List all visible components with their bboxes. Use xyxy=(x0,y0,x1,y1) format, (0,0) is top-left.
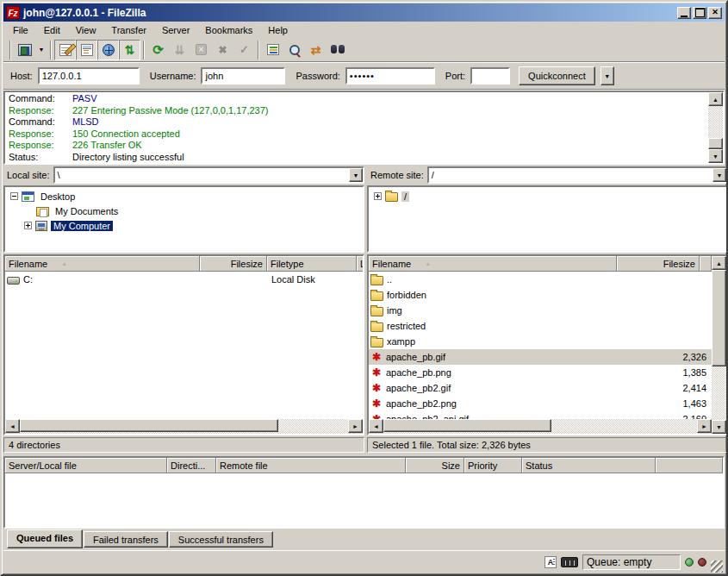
scroll-track[interactable] xyxy=(20,419,348,434)
column-header-status[interactable]: Status xyxy=(522,458,656,473)
site-manager-button[interactable] xyxy=(14,40,35,60)
menu-item-edit[interactable]: Edit xyxy=(36,23,68,37)
delete-button[interactable] xyxy=(212,40,233,60)
quickconnect-dropdown-button[interactable] xyxy=(600,66,614,85)
host-input[interactable] xyxy=(38,67,140,85)
title-bar[interactable]: Fz john@127.0.0.1 - FileZilla xyxy=(3,3,725,22)
column-header-server-local-file[interactable]: Server/Local file xyxy=(5,458,167,473)
file-row[interactable]: apache_pb2.png1,463 xyxy=(369,396,712,411)
local-list-body[interactable]: C: Local Disk xyxy=(5,272,363,419)
scroll-thumb[interactable] xyxy=(20,419,278,432)
tree-item-my-documents[interactable]: My Documents xyxy=(5,203,363,218)
scroll-down-button[interactable]: ▼ xyxy=(708,149,723,163)
password-input[interactable] xyxy=(345,67,435,85)
scroll-down-button[interactable]: ▼ xyxy=(712,420,726,434)
scroll-track[interactable] xyxy=(383,419,697,434)
tree-item-root[interactable]: / xyxy=(369,189,726,203)
menu-item-file[interactable]: File xyxy=(5,23,36,37)
menu-item-transfer[interactable]: Transfer xyxy=(103,23,154,37)
scroll-left-button[interactable]: ◄ xyxy=(5,419,20,433)
remote-tree[interactable]: / xyxy=(367,185,728,253)
file-search-button[interactable] xyxy=(283,40,305,60)
port-input[interactable] xyxy=(470,67,510,85)
file-row-selected[interactable]: apache_pb.gif2,326 xyxy=(369,349,712,365)
synchronized-browsing-button[interactable] xyxy=(305,40,327,60)
menu-item-view[interactable]: View xyxy=(68,23,104,37)
refresh-button[interactable] xyxy=(147,40,169,60)
toggle-local-tree-button[interactable] xyxy=(76,40,97,60)
scroll-right-button[interactable]: ► xyxy=(697,419,712,433)
column-header-filetype[interactable]: Filetype xyxy=(267,256,357,272)
tab-failed-transfers[interactable]: Failed transfers xyxy=(84,531,168,548)
scroll-thumb[interactable] xyxy=(708,138,723,149)
menu-item-bookmarks[interactable]: Bookmarks xyxy=(197,23,260,37)
find-files-button[interactable] xyxy=(327,40,348,60)
close-button[interactable] xyxy=(708,7,722,19)
scroll-up-button[interactable]: ▲ xyxy=(712,256,726,270)
column-header-filename[interactable]: Filename▲ xyxy=(369,256,617,272)
remote-list-body[interactable]: .. forbidden img restricted xampp apache… xyxy=(369,272,712,419)
local-tree[interactable]: Desktop My Documents My Computer xyxy=(3,185,364,253)
process-queue-button[interactable] xyxy=(169,40,190,60)
file-row[interactable]: xampp xyxy=(369,334,712,349)
tree-item-desktop[interactable]: Desktop xyxy=(5,189,363,203)
log-scrollbar[interactable]: ▲ ▼ xyxy=(708,92,723,163)
remote-site-dropdown-button[interactable] xyxy=(712,168,726,182)
directory-comparison-button[interactable] xyxy=(233,40,255,60)
remote-vertical-scrollbar[interactable]: ▲ ▼ xyxy=(712,256,726,434)
column-header-direction[interactable]: Directi... xyxy=(167,458,216,473)
column-header-filesize[interactable]: Filesize xyxy=(200,256,267,272)
column-header-filesize[interactable]: Filesize xyxy=(617,256,700,272)
column-header-priority[interactable]: Priority xyxy=(464,458,522,473)
column-header-remote-file[interactable]: Remote file xyxy=(216,458,406,473)
queue-body[interactable] xyxy=(5,473,723,527)
column-header-size[interactable]: Size xyxy=(406,458,464,473)
remote-site-combo[interactable]: / xyxy=(427,166,728,184)
message-log[interactable]: Command:PASV Response:227 Entering Passi… xyxy=(3,91,725,165)
scroll-left-button[interactable]: ◄ xyxy=(369,419,383,433)
remote-file-list[interactable]: Filename▲ Filesize .. forbidden img rest… xyxy=(367,254,728,435)
toggle-log-button[interactable] xyxy=(54,40,76,60)
file-row[interactable]: apache_pb2_ani.gif2,160 xyxy=(369,411,712,419)
file-row[interactable]: apache_pb2.gif2,414 xyxy=(369,380,712,396)
file-row[interactable]: restricted xyxy=(369,318,712,334)
tab-successful-transfers[interactable]: Successful transfers xyxy=(169,531,273,548)
transfer-queue[interactable]: Server/Local file Directi... Remote file… xyxy=(3,456,725,529)
scroll-thumb[interactable] xyxy=(712,270,726,366)
local-site-dropdown-button[interactable] xyxy=(349,168,363,182)
scroll-right-button[interactable]: ► xyxy=(348,419,363,433)
toggle-remote-tree-button[interactable] xyxy=(97,40,119,60)
scroll-up-button[interactable]: ▲ xyxy=(708,92,723,106)
menu-item-server[interactable]: Server xyxy=(154,23,197,37)
minimize-button[interactable] xyxy=(677,7,691,19)
file-row-c-drive[interactable]: C: Local Disk xyxy=(5,272,363,287)
file-row[interactable]: .. xyxy=(369,272,712,287)
column-header-filename[interactable]: Filename▲ xyxy=(5,256,200,272)
remote-site-value[interactable]: / xyxy=(429,168,712,182)
quickconnect-button[interactable]: Quickconnect xyxy=(519,66,595,85)
expand-icon[interactable] xyxy=(24,222,32,229)
scroll-track[interactable] xyxy=(712,270,726,420)
file-row[interactable]: img xyxy=(369,303,712,318)
toggle-queue-button[interactable] xyxy=(119,40,140,60)
collapse-icon[interactable] xyxy=(10,192,18,200)
expand-icon[interactable] xyxy=(374,192,382,200)
scroll-track[interactable] xyxy=(708,106,723,149)
menu-item-help[interactable]: Help xyxy=(260,23,296,37)
column-header-last-modified[interactable]: L xyxy=(357,256,363,272)
filename-filters-button[interactable] xyxy=(262,40,283,60)
scroll-thumb[interactable] xyxy=(383,419,551,432)
tab-queued-files[interactable]: Queued files xyxy=(7,529,83,548)
local-site-value[interactable]: \ xyxy=(55,168,349,182)
username-input[interactable] xyxy=(201,67,285,85)
window-resize-grip[interactable] xyxy=(711,560,723,573)
cancel-operation-button[interactable] xyxy=(190,40,212,60)
local-site-combo[interactable]: \ xyxy=(53,166,364,184)
file-row[interactable]: apache_pb.png1,385 xyxy=(369,365,712,380)
local-file-list[interactable]: Filename▲ Filesize Filetype L C: Local D… xyxy=(3,254,364,435)
local-horizontal-scrollbar[interactable]: ◄ ► xyxy=(5,419,363,434)
tree-item-my-computer[interactable]: My Computer xyxy=(5,218,363,233)
file-row[interactable]: forbidden xyxy=(369,287,712,303)
remote-horizontal-scrollbar[interactable]: ◄ ► xyxy=(369,419,712,434)
maximize-button[interactable] xyxy=(693,7,706,19)
